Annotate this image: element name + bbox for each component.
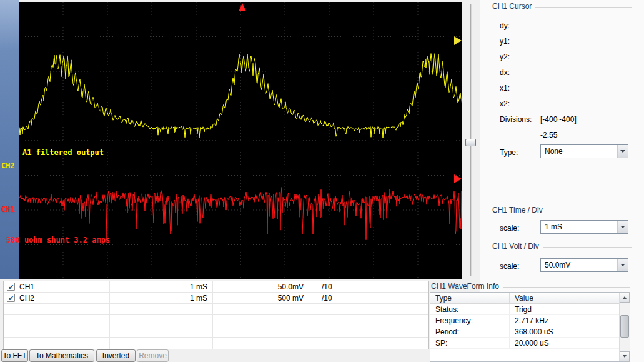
to-fft-button[interactable]: To FFT [1,349,28,362]
ch2-annotation: 500 uohm shunt 3.2 amps [6,236,110,244]
ch1-cursor-group: CH1 Cursor dy: y1: y2: dx: x1: x2: Divis… [488,2,632,195]
chevron-down-icon [617,221,628,233]
cursor-divisions-value: -2.55 [540,131,557,139]
ch2-name-cell: ✔ CH2 [4,293,110,303]
ch1-name: CH1 [19,283,34,291]
ch2-position-marker[interactable]: CH2 [1,161,15,170]
ch1-visible-checkbox[interactable]: ✔ [7,283,15,291]
group-rule [535,7,632,8]
channels-table: ✔ CH1 1 mS 50.0mV /10 ✔ CH2 1 mS 500 mV … [3,281,429,349]
volt-scale-value: 50.0mV [541,261,617,269]
ch2-visible-checkbox[interactable]: ✔ [7,294,15,302]
ch1-time-div-header: CH1 Time / Div [488,206,632,214]
ch1-cursor-group-title: CH1 Cursor [492,2,532,11]
ch1-time-div-group: CH1 Time / Div scale: 1 mS [488,206,632,239]
ch1-volt-cell: 50.0mV [213,281,319,292]
ch1-volt-div-header: CH1 Volt / Div [488,242,632,251]
group-rule [543,247,632,248]
info-row-status[interactable]: Status: Trigd [430,304,630,315]
info-scrollbar[interactable] [619,293,630,361]
waveform-info-table: Type Value Status: Trigd Frequency: 2.71… [430,292,630,362]
ch1-annotation: A1 filtered output [22,148,104,157]
ch2-level-marker-icon[interactable] [454,174,462,183]
ch2-probe-cell: /10 [319,293,375,303]
info-cell-type: SP: [430,338,510,348]
chevron-down-icon [617,145,628,158]
ch1-level-marker-icon[interactable] [454,36,462,45]
ch1-position-marker[interactable]: CH1 [1,205,15,214]
volt-scale-label: scale: [500,262,519,271]
remove-button: Remove [137,349,169,362]
check-icon: ✔ [8,284,14,290]
ch2-name: CH2 [19,294,34,303]
slider-thumb[interactable] [465,139,476,146]
empty-cell [375,281,428,292]
ch1-time-cell: 1 mS [110,281,213,292]
column-header-type[interactable]: Type [430,293,510,303]
info-row-sp[interactable]: SP: 20.000 uS [430,338,630,349]
info-cell-type: Frequency: [430,315,510,326]
cursor-type-value: None [541,147,617,156]
scroll-down-icon[interactable] [620,351,630,361]
table-row-empty [4,326,428,338]
info-cell-value: Trigd [510,304,620,314]
ch1-volt-div-title: CH1 Volt / Div [492,242,539,251]
ch1-time-div-title: CH1 Time / Div [492,206,543,214]
ch1-name-cell: ✔ CH1 [4,281,110,292]
cursor-divisions-range: [-400~400] [540,115,577,124]
table-row-empty [4,338,428,349]
table-row-empty [4,315,428,326]
scrollbar-thumb[interactable] [620,315,629,338]
waveform-info-title: CH1 WaveForm Info [431,282,499,291]
cursor-y1-label: y1: [500,37,510,46]
check-icon: ✔ [8,295,14,301]
cursor-type-label: Type: [500,148,518,157]
oscilloscope-app: CH2 CH1 A1 filtered output 500 uohm shun… [0,0,644,362]
info-table-header: Type Value [430,293,630,304]
cursor-y2-label: y2: [500,53,510,61]
cursor-dy-label: dy: [500,21,510,30]
column-header-value[interactable]: Value [510,293,630,303]
ch2-time-cell: 1 mS [110,293,213,303]
info-cell-value: 368.000 uS [510,326,620,337]
group-rule [503,287,630,288]
info-cell-type: Period: [430,326,510,337]
info-row-frequency[interactable]: Frequency: 2.717 kHz [430,315,630,326]
ch1-volt-div-group: CH1 Volt / Div scale: 50.0mV [488,242,632,277]
group-rule [547,211,632,211]
table-row-ch2[interactable]: ✔ CH2 1 mS 500 mV /10 [4,293,428,304]
empty-cell [375,293,428,303]
time-scale-combobox[interactable]: 1 mS [540,220,628,234]
ch1-probe-cell: /10 [319,281,375,292]
ch2-volt-cell: 500 mV [213,293,319,303]
table-row-empty [4,304,428,315]
time-scale-value: 1 mS [541,223,617,231]
scroll-up-icon[interactable] [620,293,630,303]
cursor-x1-label: x1: [500,84,510,93]
time-scale-label: scale: [500,224,519,233]
volt-scale-combobox[interactable]: 50.0mV [540,258,628,272]
cursor-dx-label: dx: [500,68,510,77]
cursor-x2-label: x2: [500,99,510,108]
cursor-divisions-label: Divisions: [500,115,532,124]
chevron-down-icon [617,259,628,271]
info-row-period[interactable]: Period: 368.000 uS [430,326,630,338]
waveform-info-header: CH1 WaveForm Info [431,282,630,291]
cursor-type-combobox[interactable]: None [540,144,628,158]
info-cell-value: 20.000 uS [510,338,620,348]
table-row-ch1[interactable]: ✔ CH1 1 mS 50.0mV /10 [4,281,428,293]
ch1-cursor-group-header: CH1 Cursor [488,2,632,11]
trigger-position-arrow-icon[interactable] [239,3,246,11]
ch2-trace [19,187,462,240]
vertical-position-slider[interactable] [462,0,480,279]
inverted-button[interactable]: Inverted [96,349,136,362]
info-cell-value: 2.717 kHz [510,315,620,326]
to-mathematics-button[interactable]: To Mathematics [29,349,94,362]
info-cell-type: Status: [430,304,510,314]
